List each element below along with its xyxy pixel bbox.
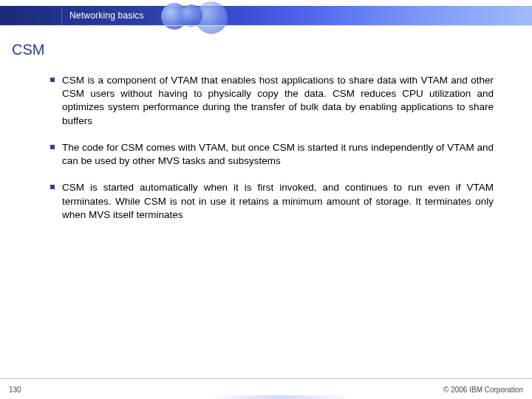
footer-line [0, 378, 532, 379]
bullet-square-icon [50, 185, 55, 189]
bullet-item: CSM is started automatically when it is … [50, 181, 494, 222]
body-content: CSM is a component of VTAM that enables … [50, 74, 494, 235]
breadcrumb: Networking basics [69, 10, 144, 21]
bullet-item: The code for CSM comes with VTAM, but on… [50, 141, 494, 168]
header-underline [0, 25, 532, 26]
header-bar: Networking basics [0, 6, 532, 25]
bullet-text: The code for CSM comes with VTAM, but on… [62, 142, 494, 166]
footer-gradient [207, 395, 355, 399]
bullet-text: CSM is started automatically when it is … [62, 182, 494, 219]
page-number: 130 [9, 386, 21, 394]
bullet-square-icon [50, 145, 55, 149]
bullet-square-icon [50, 78, 55, 82]
bullet-item: CSM is a component of VTAM that enables … [50, 74, 494, 128]
slide: Networking basics CSM CSM is a component… [0, 0, 532, 399]
copyright: © 2006 IBM Corporation [443, 386, 523, 394]
bullet-text: CSM is a component of VTAM that enables … [62, 75, 494, 126]
header-logo-block [0, 6, 62, 25]
footer: 130 © 2006 IBM Corporation [0, 378, 532, 399]
page-title: CSM [12, 41, 44, 58]
decoration-circle [180, 4, 202, 27]
